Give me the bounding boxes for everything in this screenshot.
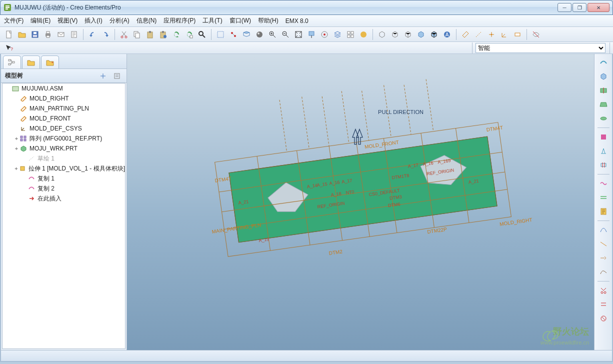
tab-model-tree[interactable] (3, 56, 21, 68)
cut-button[interactable] (118, 28, 130, 40)
rt-merge-button[interactable] (596, 266, 610, 278)
separator (114, 29, 115, 40)
help-cursor-button[interactable]: ? (3, 42, 15, 54)
find-button[interactable] (196, 28, 208, 40)
tab-folder[interactable] (22, 56, 40, 68)
menu-window[interactable]: 窗口(W) (230, 16, 251, 25)
datum-axis-toggle[interactable] (472, 28, 484, 40)
rt-split-button[interactable] (596, 84, 610, 97)
email-button[interactable] (55, 28, 67, 40)
tree-item[interactable]: MOLD_DEF_CSYS (2, 124, 125, 134)
annot-button[interactable]: A (441, 28, 453, 40)
undo-button[interactable] (86, 28, 98, 40)
menu-help[interactable]: 帮助(H) (258, 16, 278, 25)
rt-waterline-button[interactable] (596, 177, 610, 190)
rt-curve1-button[interactable] (596, 224, 610, 236)
rt-shadevol-button[interactable] (596, 130, 610, 144)
tree-item[interactable]: MOLD_FRONT (2, 114, 125, 124)
rt-catalog-button[interactable] (596, 205, 610, 218)
disp-style-2-button[interactable] (389, 28, 401, 40)
svg-rect-29 (309, 32, 314, 36)
close-button[interactable]: ✕ (588, 3, 610, 12)
rt-show-button[interactable] (596, 312, 610, 325)
disp-style-3-button[interactable] (402, 28, 414, 40)
paste-button[interactable] (144, 28, 156, 40)
menu-emx[interactable]: EMX 8.0 (286, 18, 308, 24)
repaint-button[interactable] (306, 28, 318, 40)
disp-style-1-button[interactable] (376, 28, 388, 40)
datum-csys-toggle[interactable] (498, 28, 510, 40)
menu-app[interactable]: 应用程序(P) (164, 16, 196, 25)
rt-thick-check-button[interactable] (596, 158, 610, 172)
menu-edit[interactable]: 编辑(E) (30, 16, 50, 25)
tree-item[interactable]: 复制 2 (2, 184, 125, 194)
model-tree[interactable]: MUJUWU.ASM MOLD_RIGHT MAIN_PARTING_PLN M… (2, 83, 126, 349)
maximize-button[interactable]: ❐ (572, 3, 586, 12)
select-button[interactable] (214, 28, 226, 40)
rt-skirt-button[interactable] (596, 98, 610, 111)
zoomout-button[interactable] (280, 28, 292, 40)
page-setup-button[interactable] (68, 28, 80, 40)
minimize-button[interactable]: ─ (558, 3, 572, 12)
datum-point-toggle[interactable] (486, 28, 498, 40)
rt-draft-check-button[interactable] (596, 144, 610, 158)
layers-button[interactable] (332, 28, 344, 40)
menu-info[interactable]: 信息(N) (136, 16, 157, 25)
tree-item[interactable]: 草绘 1 (2, 154, 125, 164)
menu-view[interactable]: 视图(V) (58, 16, 78, 25)
rt-offset-button[interactable] (596, 298, 610, 311)
tree-header-label: 模型树 (5, 72, 23, 80)
open-button[interactable] (16, 28, 28, 40)
rt-volume-button[interactable] (596, 70, 610, 83)
copy-button[interactable] (131, 28, 143, 40)
tree-root[interactable]: MUJUWU.ASM (2, 84, 125, 94)
regen-mgr-button[interactable] (183, 28, 195, 40)
tree-item[interactable]: MAIN_PARTING_PLN (2, 104, 125, 114)
svg-rect-47 (12, 86, 18, 91)
print-button[interactable] (42, 28, 54, 40)
tree-show-button[interactable] (112, 71, 122, 81)
rt-cooling-button[interactable] (596, 191, 610, 204)
save-button[interactable] (29, 28, 41, 40)
tree-item[interactable]: 在此插入 (2, 194, 125, 204)
rt-curve2-button[interactable] (596, 238, 610, 250)
regen-button[interactable] (170, 28, 182, 40)
redo-button[interactable] (100, 28, 112, 40)
tree-item[interactable]: 复制 1 (2, 174, 125, 184)
disp-style-5-button[interactable] (428, 28, 440, 40)
rt-fill-button[interactable] (596, 112, 610, 125)
model-disp-button[interactable] (530, 28, 542, 40)
tree-item[interactable]: +拉伸 1 [MOLD_VOL_1 - 模具体积块] (2, 164, 125, 174)
svg-line-72 (362, 91, 369, 140)
chain-button[interactable] (228, 28, 240, 40)
menu-file[interactable]: 文件(F) (4, 16, 24, 25)
graphics-viewport[interactable]: A_14 A_15 A_16 A_17 A_18 NT0 A_17 A_16 A… (127, 54, 594, 350)
surf-select-button[interactable] (240, 28, 252, 40)
selection-filter-combo[interactable]: 智能 (476, 43, 606, 53)
tree-item[interactable]: MOLD_RIGHT (2, 94, 125, 104)
menu-tools[interactable]: 工具(T) (202, 16, 222, 25)
tree-item[interactable]: +MOJU_WRK.PRT (2, 144, 125, 154)
tree-settings-button[interactable] (98, 71, 108, 81)
disp-style-4-button[interactable] (415, 28, 427, 40)
rt-extend-button[interactable] (596, 252, 610, 264)
zoomin-button[interactable] (266, 28, 278, 40)
view-mgr-button[interactable] (344, 28, 356, 40)
separator (456, 29, 456, 40)
tree-item[interactable]: +阵列 (MFG0001_REF.PRT) (2, 134, 125, 144)
rt-trim-button[interactable] (596, 284, 610, 297)
separator (83, 29, 84, 40)
menu-insert[interactable]: 插入(I) (84, 16, 102, 25)
datum-tag-toggle[interactable] (512, 28, 524, 40)
new-button[interactable] (3, 28, 15, 40)
refit-button[interactable] (292, 28, 304, 40)
appearance-button[interactable] (358, 28, 370, 40)
shade-button[interactable] (254, 28, 266, 40)
menu-analysis[interactable]: 分析(A) (110, 16, 130, 25)
datum-plane-toggle[interactable] (460, 28, 472, 40)
paste-special-button[interactable] (157, 28, 169, 40)
svg-point-108 (604, 292, 606, 294)
spin-center-button[interactable] (318, 28, 330, 40)
tab-favorites[interactable]: * (41, 56, 59, 68)
rt-parting-surf-button[interactable] (596, 56, 610, 69)
